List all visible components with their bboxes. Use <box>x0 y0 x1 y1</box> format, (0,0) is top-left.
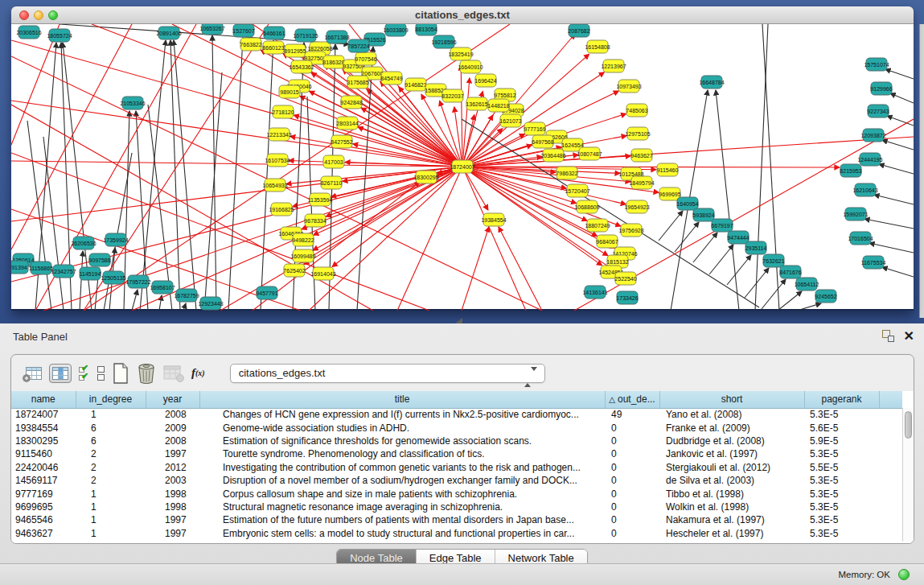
network-node[interactable]: 8267110 <box>321 176 343 189</box>
edge-reference[interactable] <box>170 40 180 311</box>
table-row[interactable]: 969969511998Structural magnetic resonanc… <box>11 501 902 513</box>
network-node[interactable]: 9129966 <box>870 82 892 95</box>
edge-citation[interactable] <box>462 227 489 311</box>
network-node[interactable]: 16640910 <box>458 60 483 73</box>
cell-title[interactable]: Embryonic stem cells: a model to study s… <box>199 527 605 540</box>
cell-year[interactable]: 2003 <box>146 474 199 487</box>
cell-title[interactable]: Changes of HCN gene expression and I(f) … <box>199 408 605 421</box>
cell-short[interactable]: Stergiakouli et al. (2012) <box>659 461 804 474</box>
cell-name[interactable]: 9463627 <box>11 527 76 540</box>
network-node[interactable]: 1696424 <box>474 74 496 87</box>
citation-network-graph[interactable]: 1872400718300295193845548660123891295518… <box>11 24 914 311</box>
network-node[interactable]: 8322037 <box>441 89 463 102</box>
column-header-out_de[interactable]: △out_de... <box>605 391 659 408</box>
cell-pagerank[interactable]: 5.3E-5 <box>804 487 879 500</box>
edge-reference[interactable] <box>882 140 914 150</box>
network-node[interactable]: 16099489 <box>290 249 315 262</box>
network-node[interactable]: 7663822 <box>240 38 261 51</box>
cell-short[interactable]: Yano et al. (2008) <box>659 408 804 421</box>
network-node[interactable]: 19166825 <box>269 203 294 216</box>
edge-reference[interactable] <box>887 116 914 126</box>
edge-reference[interactable] <box>879 164 914 174</box>
network-node[interactable]: 10807487 <box>577 147 602 160</box>
cell-pagerank[interactable]: 5.9E-5 <box>804 435 879 447</box>
network-node[interactable]: 17016504 <box>848 232 873 245</box>
network-node[interactable]: 1733426 <box>616 291 638 304</box>
cell-in_degree[interactable]: 2 <box>76 447 146 460</box>
table-row[interactable]: 1938455462009Genome-wide association stu… <box>11 421 902 434</box>
network-node[interactable]: 16154808 <box>585 40 610 53</box>
network-node[interactable]: 21053346 <box>120 97 145 109</box>
edge-reference[interactable] <box>709 245 733 274</box>
edge-citation[interactable] <box>462 137 914 167</box>
network-node[interactable]: 9227343 <box>867 105 889 117</box>
network-node[interactable]: 10688609 <box>574 200 599 213</box>
network-node[interactable]: 12213967 <box>601 60 626 72</box>
network-node[interactable]: 14136141 <box>582 286 607 299</box>
cell-year[interactable]: 1997 <box>146 513 199 526</box>
cell-in_degree[interactable]: 6 <box>76 435 146 447</box>
cell-title[interactable]: Tourette syndrome. Phenomenology and cla… <box>199 447 605 460</box>
network-node[interactable]: 16543362 <box>289 60 314 73</box>
network-node[interactable]: 8186328 <box>322 56 344 68</box>
cell-short[interactable]: Nakamura et al. (1997) <box>659 513 804 526</box>
network-node[interactable]: 16107534 <box>265 154 290 167</box>
network-node[interactable]: 11156865 <box>29 262 53 274</box>
network-node[interactable]: 2087682 <box>568 24 589 37</box>
cell-in_degree[interactable]: 1 <box>76 501 146 513</box>
network-node[interactable]: 12923448 <box>198 297 223 310</box>
cell-name[interactable]: 14569117 <box>11 474 76 487</box>
edge-reference[interactable] <box>882 267 914 277</box>
cell-short[interactable]: Hescheler et al. (1997) <box>659 527 804 540</box>
edge-reference[interactable] <box>762 279 786 309</box>
network-node[interactable]: 12093872 <box>860 129 885 142</box>
cell-title[interactable]: Structural magnetic resonance image aver… <box>199 501 605 513</box>
cell-in_degree[interactable]: 1 <box>76 527 146 540</box>
network-node[interactable]: 18495794 <box>629 176 654 189</box>
network-node[interactable]: 17957222 <box>125 275 150 288</box>
float-panel-icon[interactable] <box>882 330 894 342</box>
network-node[interactable]: 18724007 <box>450 160 474 173</box>
network-node[interactable]: 12342757 <box>51 265 76 278</box>
cell-pagerank[interactable]: 5.3E-5 <box>804 408 879 421</box>
cell-year[interactable]: 1997 <box>146 527 199 540</box>
network-node[interactable]: 8427552 <box>331 135 352 148</box>
cell-out_de[interactable]: 0 <box>605 513 659 526</box>
network-node[interactable]: 1527607 <box>232 24 254 37</box>
network-node[interactable]: 10654933 <box>262 179 287 192</box>
network-node[interactable]: 12213343 <box>266 128 291 141</box>
cell-short[interactable]: Wolkin et al. (1998) <box>659 501 804 513</box>
table-selector-dropdown[interactable]: citations_edges.txt <box>230 364 545 383</box>
network-node[interactable]: 15751074 <box>864 58 889 71</box>
cell-out_de[interactable]: 0 <box>605 421 659 434</box>
edge-reference[interactable] <box>869 243 914 253</box>
network-node[interactable]: 9684067 <box>596 235 618 248</box>
edge-reference[interactable] <box>148 105 172 311</box>
network-node[interactable]: 8454749 <box>380 72 402 84</box>
cell-short[interactable]: Jankovic et al. (1997) <box>659 447 804 460</box>
edge-citation[interactable] <box>11 167 462 282</box>
network-node[interactable]: 9498222 <box>292 233 314 246</box>
cell-pagerank[interactable]: 5.6E-5 <box>804 421 879 434</box>
network-node[interactable]: 6466161 <box>263 27 285 39</box>
network-node[interactable]: 1640954 <box>676 197 698 210</box>
cell-year[interactable]: 2008 <box>146 408 199 421</box>
network-node[interactable]: 417003 <box>323 155 344 168</box>
network-node[interactable]: 9463627 <box>630 149 652 162</box>
network-node[interactable]: 19756928 <box>618 224 643 237</box>
network-node[interactable]: 9242848 <box>340 96 362 109</box>
table-row[interactable]: 1456911722003Disruption of a novel membe… <box>11 474 902 487</box>
cell-out_de[interactable]: 0 <box>605 487 659 500</box>
cell-name[interactable]: 9699695 <box>11 501 76 513</box>
edge-reference[interactable] <box>890 93 914 103</box>
network-node[interactable]: 11675534 <box>861 256 886 269</box>
table-row[interactable]: 911546021997Tourette syndrome. Phenomeno… <box>11 447 902 460</box>
edge-citation[interactable] <box>11 153 429 311</box>
edge-reference[interactable] <box>132 290 138 311</box>
network-node[interactable]: 15992071 <box>843 208 868 220</box>
column-header-title[interactable]: title <box>199 391 605 408</box>
network-node[interactable]: 9457791 <box>256 286 277 299</box>
edge-reference[interactable] <box>80 251 83 311</box>
network-node[interactable]: 2935114 <box>745 241 767 254</box>
network-node[interactable]: 16033809 <box>383 24 408 36</box>
